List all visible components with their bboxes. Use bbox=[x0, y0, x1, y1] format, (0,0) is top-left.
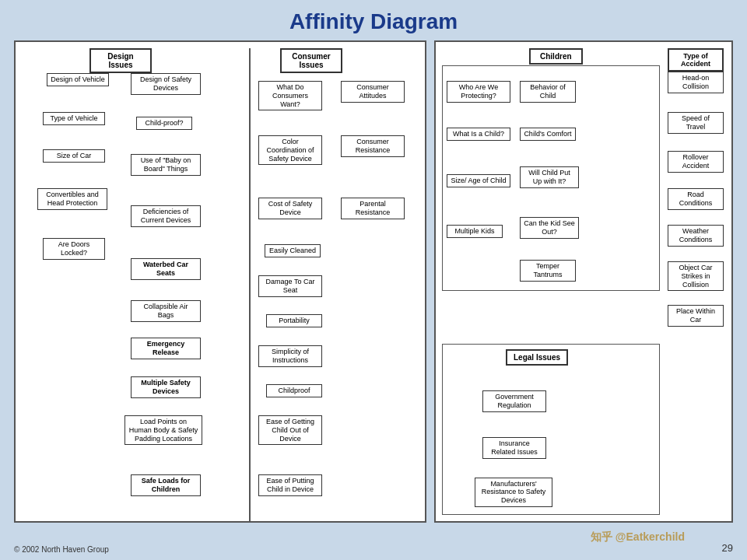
road-conditions-node: Road Conditions bbox=[668, 188, 724, 210]
parental-resistance-node: Parental Resistance bbox=[341, 198, 405, 219]
page-title: Affinity Diagram bbox=[0, 0, 747, 40]
type-accident-header: Type of Accident bbox=[668, 48, 724, 72]
design-safety-node: Design of Safety Devices bbox=[131, 73, 201, 95]
legal-issues-header: Legal Issues bbox=[506, 349, 568, 366]
consumer-resistance-node: Consumer Resistance bbox=[341, 135, 405, 157]
childproof1-node: Child-proof? bbox=[136, 117, 192, 130]
size-car-node: Size of Car bbox=[43, 149, 105, 163]
convertibles-node: Convertibles and Head Protection bbox=[37, 188, 107, 210]
rollover-node: Rollover Accident bbox=[668, 151, 724, 173]
footer-copyright: © 2002 North Haven Group bbox=[14, 545, 109, 554]
manufacturers-node: Manufacturers' Resistance to Safety Devi… bbox=[475, 478, 552, 507]
baby-board-node: Use of "Baby on Board" Things bbox=[131, 154, 201, 176]
left-diagram: Design Issues Consumer Issues Design of … bbox=[14, 40, 426, 523]
collapsible-node: Collapsible Air Bags bbox=[131, 300, 201, 322]
govt-regulation-node: Government Regulation bbox=[482, 390, 546, 412]
consumer-issues-header: Consumer Issues bbox=[280, 48, 342, 73]
deficiencies-node: Deficiencies of Current Devices bbox=[131, 205, 201, 227]
ease-putting-node: Ease of Putting Child in Device bbox=[258, 474, 322, 496]
design-vehicle-node: Design of Vehicle bbox=[47, 73, 109, 86]
color-coord-node: Color Coordination of Safety Device bbox=[258, 135, 322, 165]
can-kid-see-node: Can the Kid See Out? bbox=[520, 217, 579, 239]
watermark: 知乎 @Eatkerchild bbox=[591, 530, 685, 544]
speed-travel-node: Speed of Travel bbox=[668, 112, 724, 134]
safe-loads-node: Safe Loads for Children bbox=[131, 474, 201, 496]
childproof2-node: Childproof bbox=[266, 384, 322, 397]
who-protecting-node: Who Are We Protecting? bbox=[447, 81, 510, 103]
simplicity-node: Simplicity of Instructions bbox=[258, 345, 322, 367]
insurance-node: Insurance Related Issues bbox=[482, 437, 546, 459]
type-vehicle-node: Type of Vehicle bbox=[43, 112, 105, 125]
cost-safety-node: Cost of Safety Device bbox=[258, 198, 322, 219]
emergency-node: Emergency Release bbox=[131, 338, 201, 359]
place-within-node: Place Within Car bbox=[668, 305, 724, 327]
head-on-node: Head-on Collision bbox=[668, 72, 724, 93]
diagrams-container: Design Issues Consumer Issues Design of … bbox=[0, 40, 747, 523]
weather-node: Weather Conditions bbox=[668, 225, 724, 247]
object-car-node: Object Car Strikes in Collision bbox=[668, 261, 724, 291]
are-doors-node: Are Doors Locked? bbox=[43, 238, 105, 260]
what-child-node: What Is a Child? bbox=[447, 128, 510, 141]
right-diagram: Children Type of Accident Who Are We Pro… bbox=[434, 40, 733, 523]
what-consumers-node: What Do Consumers Want? bbox=[258, 81, 322, 110]
children-header: Children bbox=[529, 48, 583, 65]
waterbed-node: Waterbed Car Seats bbox=[131, 258, 201, 280]
size-age-node: Size/ Age of Child bbox=[447, 174, 510, 187]
consumer-attitudes-node: Consumer Attitudes bbox=[341, 81, 405, 103]
damage-car-node: Damage To Car Seat bbox=[258, 275, 322, 297]
design-issues-header: Design Issues bbox=[89, 48, 152, 73]
childs-comfort-node: Child's Comfort bbox=[520, 128, 576, 141]
load-points-node: Load Points on Human Body & Safety Paddi… bbox=[124, 415, 202, 445]
temper-node: Temper Tantrums bbox=[520, 260, 576, 282]
multiple-safety-node: Multiple Safety Devices bbox=[131, 376, 201, 398]
easily-cleaned-node: Easily Cleaned bbox=[265, 244, 321, 257]
ease-getting-node: Ease of Getting Child Out of Device bbox=[258, 415, 322, 445]
portability-node: Portability bbox=[266, 314, 322, 327]
multiple-kids-node: Multiple Kids bbox=[447, 225, 503, 238]
page-number: 29 bbox=[722, 542, 733, 554]
behavior-child-node: Behavior of Child bbox=[520, 81, 576, 103]
will-child-node: Will Child Put Up with It? bbox=[520, 166, 579, 188]
